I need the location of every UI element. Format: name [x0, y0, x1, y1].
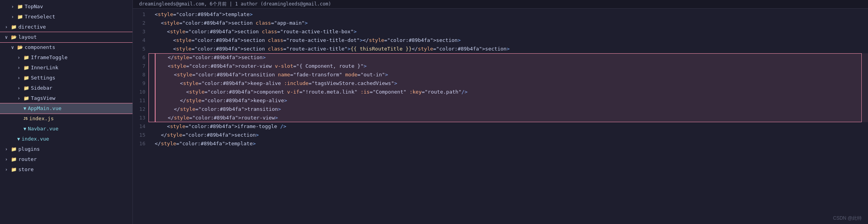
line-number-16: 16 [133, 139, 145, 148]
sidebar-item-label: Sidebar [31, 84, 52, 92]
code-area: <style="color:#89b4fa">template> <style=… [149, 9, 868, 224]
sidebar-item-topnav[interactable]: ›📁TopNav [0, 2, 132, 12]
folder-icon: 📁 [11, 145, 17, 154]
file-icon: ▼ [17, 135, 20, 143]
arrow-icon: › [16, 53, 22, 62]
sidebar-item-label: index.js [29, 114, 54, 123]
code-line-4: <style="color:#89b4fa">section class="ro… [155, 36, 868, 45]
arrow-icon: › [9, 13, 16, 21]
git-info: dreamingleeds@gmail.com, 6个月前 | 1 author… [133, 0, 868, 9]
folder-icon: 📁 [11, 23, 17, 31]
sidebar-item-router[interactable]: ›📁router [0, 154, 132, 164]
folder-icon: 📁 [23, 84, 29, 92]
line-number-4: 4 [133, 36, 145, 45]
folder-icon: 📂 [17, 43, 23, 52]
sidebar-item-label: index.vue [21, 135, 49, 143]
line-number-5: 5 [133, 45, 145, 53]
folder-icon: 📁 [11, 165, 17, 174]
arrow-icon: › [16, 94, 22, 103]
code-line-7: <style="color:#89b4fa">router-view v-slo… [155, 62, 868, 70]
sidebar-item-label: TopNav [25, 2, 43, 11]
code-line-10: <style="color:#89b4fa">component v-if="!… [155, 88, 868, 96]
line-number-1: 1 [133, 10, 145, 19]
line-number-9: 9 [133, 79, 145, 88]
sidebar-item-label: directive [18, 23, 46, 31]
line-number-12: 12 [133, 105, 145, 114]
line-number-2: 2 [133, 19, 145, 27]
sidebar-item-sidebar[interactable]: ›📁Sidebar [0, 83, 132, 93]
line-number-6: 6 [133, 53, 145, 62]
code-line-1: <style="color:#89b4fa">template> [155, 10, 868, 19]
code-line-16: </style="color:#89b4fa">template> [155, 139, 868, 148]
sidebar-item-settings[interactable]: ›📁Settings [0, 73, 132, 83]
arrow-icon: › [16, 63, 22, 72]
arrow-icon: ∨ [9, 43, 16, 52]
sidebar-item-treeselect[interactable]: ›📁TreeSelect [0, 12, 132, 22]
arrow-icon: ∨ [3, 33, 9, 42]
sidebar-item-label: router [18, 155, 37, 164]
arrow-icon: › [16, 74, 22, 82]
sidebar-item-label: Settings [31, 74, 55, 82]
watermark: CSDN @此特 [833, 215, 862, 222]
folder-icon: 📁 [23, 53, 29, 62]
line-numbers: 12345678910111213141516 [133, 9, 149, 224]
code-line-9: <style="color:#89b4fa">keep-alive :inclu… [155, 79, 868, 88]
sidebar-item-directive[interactable]: ›📁directive [0, 22, 132, 32]
sidebar-item-navbar[interactable]: ▼Navbar.vue [0, 124, 132, 134]
code-line-8: <style="color:#89b4fa">transition name="… [155, 70, 868, 79]
sidebar-item-label: InnerLink [31, 63, 58, 72]
code-line-6: </style="color:#89b4fa">section> [155, 53, 868, 62]
code-line-3: <style="color:#89b4fa">section class="ro… [155, 27, 868, 36]
sidebar-item-tagsview[interactable]: ›📁TagsView [0, 93, 132, 103]
editor-panel: dreamingleeds@gmail.com, 6个月前 | 1 author… [133, 0, 868, 224]
sidebar-item-appmain[interactable]: ▼AppMain.vue [0, 103, 132, 114]
folder-icon: 📁 [17, 2, 23, 11]
folder-icon: 📁 [17, 13, 23, 21]
sidebar-item-label: TagsView [31, 94, 55, 103]
code-line-11: </style="color:#89b4fa">keep-alive> [155, 96, 868, 105]
sidebar-item-innerlink[interactable]: ›📁InnerLink [0, 63, 132, 73]
sidebar-item-label: plugins [18, 145, 40, 154]
sidebar-item-label: store [18, 165, 34, 174]
editor-content: 12345678910111213141516 <style="color:#8… [133, 9, 868, 224]
line-number-10: 10 [133, 88, 145, 96]
sidebar: ›📁TopNav›📁TreeSelect›📁directive∨📂layout∨… [0, 0, 133, 224]
sidebar-item-label: TreeSelect [25, 13, 55, 21]
file-icon: JS [23, 114, 28, 123]
file-icon: ▼ [23, 125, 26, 133]
sidebar-item-layout[interactable]: ∨📂layout [0, 32, 132, 42]
file-icon: ▼ [23, 104, 26, 113]
sidebar-item-label: layout [18, 33, 37, 42]
arrow-icon: › [3, 23, 9, 31]
sidebar-item-indexjs[interactable]: JSindex.js [0, 114, 132, 124]
arrow-icon: › [3, 145, 9, 154]
folder-icon: 📁 [11, 155, 17, 164]
folder-icon: 📁 [23, 63, 29, 72]
line-number-7: 7 [133, 62, 145, 70]
arrow-icon: › [9, 2, 16, 11]
code-line-2: <style="color:#89b4fa">section class="ap… [155, 19, 868, 27]
folder-icon: 📁 [23, 74, 29, 82]
sidebar-item-label: components [25, 43, 55, 52]
line-number-15: 15 [133, 131, 145, 139]
sidebar-item-label: IframeToggle [31, 53, 68, 62]
folder-icon: 📁 [23, 94, 29, 103]
line-number-3: 3 [133, 27, 145, 36]
sidebar-item-label: Navbar.vue [28, 125, 58, 133]
line-number-14: 14 [133, 122, 145, 131]
arrow-icon: › [3, 155, 9, 164]
code-line-5: <style="color:#89b4fa">section class="ro… [155, 45, 868, 53]
code-line-12: </style="color:#89b4fa">transition> [155, 105, 868, 114]
sidebar-item-components[interactable]: ∨📂components [0, 42, 132, 52]
sidebar-item-plugins[interactable]: ›📁plugins [0, 144, 132, 154]
sidebar-item-indexvue[interactable]: ▼index.vue [0, 134, 132, 144]
code-line-15: </style="color:#89b4fa">section> [155, 131, 868, 139]
line-number-11: 11 [133, 96, 145, 105]
sidebar-item-store[interactable]: ›📁store [0, 164, 132, 175]
code-line-13: </style="color:#89b4fa">router-view> [155, 114, 868, 122]
arrow-icon: › [16, 84, 22, 92]
code-lines: <style="color:#89b4fa">template> <style=… [155, 10, 868, 148]
sidebar-item-iframetoggle[interactable]: ›📁IframeToggle [0, 52, 132, 63]
line-number-13: 13 [133, 114, 145, 122]
line-number-8: 8 [133, 70, 145, 79]
